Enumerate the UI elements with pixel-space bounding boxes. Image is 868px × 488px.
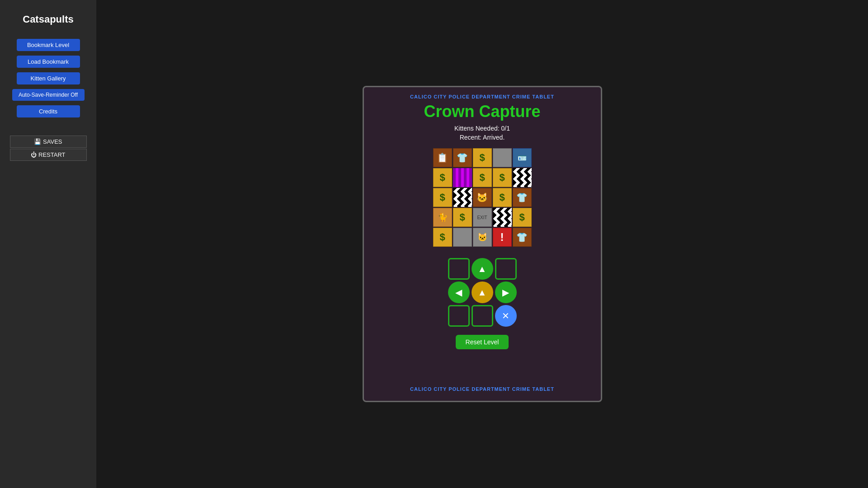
cell-icon-2-4: 👕 bbox=[516, 192, 528, 203]
grid-cell-1-1[interactable] bbox=[453, 168, 472, 187]
up-arrow-icon: ▲ bbox=[478, 264, 487, 274]
right-arrow-icon: ▶ bbox=[502, 287, 509, 298]
tablet-footer: CALICO CITY POLICE DEPARTMENT CRIME TABL… bbox=[410, 377, 554, 392]
cancel-icon: ✕ bbox=[502, 310, 509, 321]
grid-cell-3-3[interactable] bbox=[493, 208, 512, 227]
kittens-needed: Kittens Needed: 0/1 bbox=[454, 125, 510, 132]
grid-cell-4-1[interactable] bbox=[453, 228, 472, 247]
cell-icon-0-4: 🪪 bbox=[518, 154, 527, 162]
grid-cell-4-3[interactable]: ! bbox=[493, 228, 512, 247]
cell-icon-4-0: $ bbox=[439, 231, 445, 243]
grid-cell-4-0[interactable]: $ bbox=[433, 228, 452, 247]
triangle-icon: ▲ bbox=[478, 287, 487, 298]
game-grid: 📋 👕 $ 🪪 $ bbox=[433, 148, 532, 247]
grid-cell-3-0[interactable]: 🐈 bbox=[433, 208, 452, 227]
sidebar-bottom-actions: 💾 SAVES ⏻ RESTART bbox=[10, 136, 87, 161]
grid-cell-2-1[interactable] bbox=[453, 188, 472, 207]
cell-icon-4-4: 👕 bbox=[516, 232, 528, 243]
grid-cell-1-0[interactable]: $ bbox=[433, 168, 452, 187]
controls-grid: ▲ ◀ ▲ ▶ ✕ bbox=[448, 258, 517, 327]
cell-icon-2-3: $ bbox=[499, 192, 505, 203]
grid-cell-2-3[interactable]: $ bbox=[493, 188, 512, 207]
cell-icon-4-2: 🐱 bbox=[477, 232, 487, 242]
grid-cell-2-0[interactable]: $ bbox=[433, 188, 452, 207]
app-title: Catsapults bbox=[23, 14, 73, 25]
cell-icon-1-3: $ bbox=[499, 172, 505, 183]
grid-cell-0-3[interactable] bbox=[493, 148, 512, 167]
cell-icon-2-0: $ bbox=[439, 192, 445, 203]
tablet-header-top: CALICO CITY POLICE DEPARTMENT CRIME TABL… bbox=[410, 94, 554, 99]
cell-icon-1-0: $ bbox=[439, 172, 445, 183]
cell-icon-0-1: 👕 bbox=[457, 152, 468, 163]
auto-save-reminder-button[interactable]: Auto-Save-Reminder Off bbox=[12, 89, 85, 101]
grid-cell-0-1[interactable]: 👕 bbox=[453, 148, 472, 167]
game-tablet: CALICO CITY POLICE DEPARTMENT CRIME TABL… bbox=[363, 86, 602, 402]
ctrl-empty-top-right bbox=[495, 258, 517, 280]
restart-button[interactable]: ⏻ RESTART bbox=[10, 149, 87, 161]
cell-icon-0-0: 📋 bbox=[437, 152, 448, 163]
recent-status: Recent: Arrived. bbox=[460, 134, 505, 141]
sidebar: Catsapults Bookmark Level Load Bookmark … bbox=[0, 0, 96, 488]
game-title: Crown Capture bbox=[424, 102, 540, 121]
grid-cell-1-4[interactable] bbox=[513, 168, 532, 187]
cell-icon-3-0: 🐈 bbox=[438, 212, 448, 222]
grid-cell-0-0[interactable]: 📋 bbox=[433, 148, 452, 167]
load-bookmark-button[interactable]: Load Bookmark bbox=[17, 56, 80, 68]
grid-cell-0-4[interactable]: 🪪 bbox=[513, 148, 532, 167]
main-area: CALICO CITY POLICE DEPARTMENT CRIME TABL… bbox=[96, 0, 868, 488]
cell-icon-3-4: $ bbox=[519, 211, 524, 223]
grid-cell-3-2[interactable]: EXIT bbox=[473, 208, 492, 227]
cell-icon-3-2: EXIT bbox=[477, 215, 487, 220]
bookmark-level-button[interactable]: Bookmark Level bbox=[17, 39, 80, 51]
credits-button[interactable]: Credits bbox=[17, 105, 80, 117]
cell-icon-0-2: $ bbox=[479, 152, 485, 164]
kitten-gallery-button[interactable]: Kitten Gallery bbox=[17, 72, 80, 84]
grid-cell-1-3[interactable]: $ bbox=[493, 168, 512, 187]
ctrl-center-button[interactable]: ▲ bbox=[472, 282, 493, 303]
ctrl-left-button[interactable]: ◀ bbox=[448, 282, 470, 303]
grid-cell-4-2[interactable]: 🐱 bbox=[473, 228, 492, 247]
saves-button[interactable]: 💾 SAVES bbox=[10, 136, 87, 148]
ctrl-empty-top-left bbox=[448, 258, 470, 280]
grid-cell-2-4[interactable]: 👕 bbox=[513, 188, 532, 207]
ctrl-cancel-button[interactable]: ✕ bbox=[495, 305, 517, 327]
ctrl-right-button[interactable]: ▶ bbox=[495, 282, 517, 303]
grid-cell-2-2[interactable]: 🐱 bbox=[473, 188, 492, 207]
cell-icon-1-2: $ bbox=[479, 172, 485, 183]
ctrl-empty-bot-center bbox=[472, 305, 493, 327]
grid-cell-0-2[interactable]: $ bbox=[473, 148, 492, 167]
grid-cell-3-4[interactable]: $ bbox=[513, 208, 532, 227]
cell-icon-3-1: $ bbox=[459, 211, 465, 223]
ctrl-empty-bot-left bbox=[448, 305, 470, 327]
left-arrow-icon: ◀ bbox=[455, 287, 462, 298]
cell-icon-2-2: 🐱 bbox=[476, 192, 488, 203]
grid-cell-1-2[interactable]: $ bbox=[473, 168, 492, 187]
grid-cell-4-4[interactable]: 👕 bbox=[513, 228, 532, 247]
reset-level-button[interactable]: Reset Level bbox=[456, 335, 509, 349]
grid-cell-3-1[interactable]: $ bbox=[453, 208, 472, 227]
cell-icon-4-3: ! bbox=[500, 231, 504, 244]
ctrl-up-button[interactable]: ▲ bbox=[472, 258, 493, 280]
